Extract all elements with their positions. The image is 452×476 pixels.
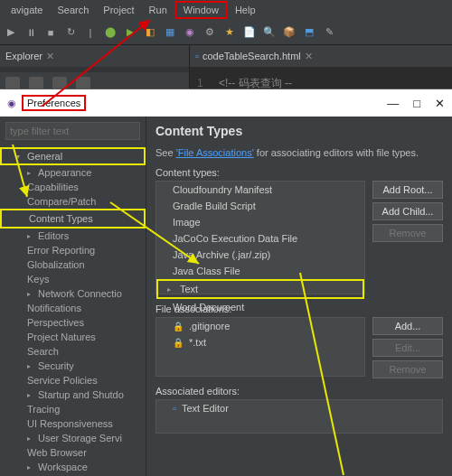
close-icon[interactable]: ✕ <box>46 51 54 62</box>
tree-error-reporting[interactable]: Error Reporting <box>0 243 146 257</box>
expand-icon: ▾ <box>16 153 24 161</box>
tree-network[interactable]: ▸Network Connectio <box>0 286 146 301</box>
line-number: 1 <box>197 77 203 89</box>
file-associations-link[interactable]: 'File Associations' <box>176 147 254 158</box>
tree-workspace[interactable]: ▸Workspace <box>0 460 146 474</box>
content-types-list[interactable]: Cloudfoundry Manifest Gradle Build Scrip… <box>155 181 365 294</box>
tree-user-storage[interactable]: ▸User Storage Servi <box>0 431 146 445</box>
editor-tab-label[interactable]: codeTableSearch.html <box>202 51 301 61</box>
list-item[interactable]: 🔒.gitignore <box>156 318 364 334</box>
tree-project-natures[interactable]: Project Natures <box>0 330 146 344</box>
tree-web-browser[interactable]: Web Browser <box>0 445 146 460</box>
tree-compare[interactable]: Compare/Patch <box>0 194 146 209</box>
main-toolbar: ▶ ⏸ ■ ↻ | ⬤ ▶ ◧ ▦ ◉ ⚙ ★ 📄 🔍 📦 ⬒ ✎ <box>0 20 452 45</box>
preferences-tree[interactable]: ▾General ▸Appearance Capabilities Compar… <box>0 145 146 476</box>
content-types-buttons: Add Root... Add Child... Remove <box>372 181 443 294</box>
add-root-button[interactable]: Add Root... <box>372 181 443 199</box>
file-associations-buttons: Add... Edit... Remove <box>372 317 443 378</box>
remove-button[interactable]: Remove <box>372 360 443 378</box>
debug-icon[interactable]: ⬤ <box>103 25 118 40</box>
list-item[interactable]: Image <box>156 214 364 230</box>
tool9-icon[interactable]: ✎ <box>322 25 336 40</box>
tree-search[interactable]: Search <box>0 344 146 359</box>
tree-ui-resp[interactable]: UI Responsiveness <box>0 416 146 431</box>
editor-area: ▫ codeTableSearch.html ✕ <box>190 45 452 72</box>
maximize-icon[interactable]: □ <box>413 97 420 110</box>
tree-security[interactable]: ▸Security <box>0 359 146 373</box>
tool5-icon[interactable]: 📄 <box>242 25 257 40</box>
page-title: Content Types <box>155 124 443 138</box>
list-item[interactable]: ▫Text Editor <box>156 400 442 416</box>
file-icon: ▫ <box>195 51 199 61</box>
tree-general[interactable]: ▾General <box>0 147 146 165</box>
run-icon[interactable]: ▶ <box>4 25 18 40</box>
add-button[interactable]: Add... <box>372 317 443 335</box>
lock-icon: 🔒 <box>173 338 184 348</box>
run2-icon[interactable]: ▶ <box>123 25 137 40</box>
file-associations-list[interactable]: 🔒.gitignore 🔒*.txt <box>155 317 365 377</box>
coverage-icon[interactable]: ◧ <box>143 25 157 40</box>
list-item[interactable]: Java Archive (.jar/.zip) <box>156 247 364 263</box>
tool7-icon[interactable]: 📦 <box>282 25 297 40</box>
list-item[interactable]: 🔒*.txt <box>156 334 364 350</box>
list-item[interactable]: Gradle Build Script <box>156 198 364 214</box>
workspace-row: Explorer ✕ ▫ codeTableSearch.html ✕ <box>0 45 452 72</box>
close-icon[interactable]: ✕ <box>435 97 445 110</box>
line-text: <!-- 码表查询 -- <box>219 77 292 89</box>
tree-tracing[interactable]: Tracing <box>0 402 146 416</box>
add-child-button[interactable]: Add Child... <box>372 202 443 220</box>
tool1-icon[interactable]: ▦ <box>163 25 177 40</box>
preferences-dialog: ◉ Preferences — □ ✕ ▾General ▸Appearance… <box>0 89 452 476</box>
associated-editors-list[interactable]: ▫Text Editor <box>155 399 443 434</box>
tree-content-types[interactable]: Content Types <box>0 209 146 229</box>
explorer-tab-label[interactable]: Explorer <box>5 51 42 61</box>
editor-icon: ▫ <box>173 403 176 414</box>
menu-window[interactable]: Window <box>174 1 228 19</box>
menu-help[interactable]: Help <box>228 3 263 17</box>
tool4-icon[interactable]: ★ <box>222 25 237 40</box>
restart-icon[interactable]: ↻ <box>63 25 78 40</box>
edit-button[interactable]: Edit... <box>372 339 443 357</box>
tree-service-policies[interactable]: Service Policies <box>0 373 146 387</box>
content-types-label: Content types: <box>155 167 443 178</box>
stop-icon[interactable]: ■ <box>43 25 58 40</box>
menu-search[interactable]: Search <box>50 3 96 17</box>
list-item[interactable]: JaCoCo Execution Data File <box>156 230 364 247</box>
preferences-nav: ▾General ▸Appearance Capabilities Compar… <box>0 117 146 476</box>
dialog-body: ▾General ▸Appearance Capabilities Compar… <box>0 117 452 476</box>
tree-editors[interactable]: ▸Editors <box>0 229 146 243</box>
lock-icon: 🔒 <box>173 322 184 331</box>
list-item-text[interactable]: ▸ Text <box>156 279 364 299</box>
tree-globalization[interactable]: Globalization <box>0 257 146 272</box>
tree-keys[interactable]: Keys <box>0 272 146 286</box>
tool6-icon[interactable]: 🔍 <box>262 25 277 40</box>
tree-capabilities[interactable]: Capabilities <box>0 180 146 194</box>
tree-notifications[interactable]: Notifications <box>0 301 146 315</box>
page-description: See 'File Associations' for associating … <box>155 147 443 158</box>
menu-navigate[interactable]: avigate <box>4 3 50 17</box>
associated-editors-label: Associated editors: <box>155 386 443 397</box>
dialog-title: Preferences <box>22 95 86 111</box>
list-item[interactable]: Java Class File <box>156 263 364 279</box>
list-item[interactable]: Cloudfoundry Manifest <box>156 182 364 198</box>
filter-input[interactable] <box>5 122 140 140</box>
tree-appearance[interactable]: ▸Appearance <box>0 165 146 180</box>
tool2-icon[interactable]: ◉ <box>183 25 197 40</box>
pause-icon[interactable]: ⏸ <box>24 25 38 40</box>
main-menu-bar: avigate Search Project Run Window Help <box>0 0 452 20</box>
editor-tab-header: ▫ codeTableSearch.html ✕ <box>190 45 452 67</box>
tool8-icon[interactable]: ⬒ <box>302 25 316 40</box>
sep-icon: | <box>83 25 98 40</box>
expand-icon: ▸ <box>167 285 174 294</box>
eclipse-icon: ◉ <box>7 98 16 109</box>
menu-run[interactable]: Run <box>142 3 174 17</box>
tree-startup[interactable]: ▸Startup and Shutdo <box>0 387 146 402</box>
minimize-icon[interactable]: — <box>387 97 399 110</box>
remove-button[interactable]: Remove <box>372 224 443 242</box>
explorer-tab-header: Explorer ✕ <box>0 45 189 67</box>
tool3-icon[interactable]: ⚙ <box>202 25 217 40</box>
preferences-main: Content Types See 'File Associations' fo… <box>146 117 452 476</box>
close-icon[interactable]: ✕ <box>305 51 313 62</box>
tree-perspectives[interactable]: Perspectives <box>0 315 146 330</box>
menu-project[interactable]: Project <box>96 3 141 17</box>
